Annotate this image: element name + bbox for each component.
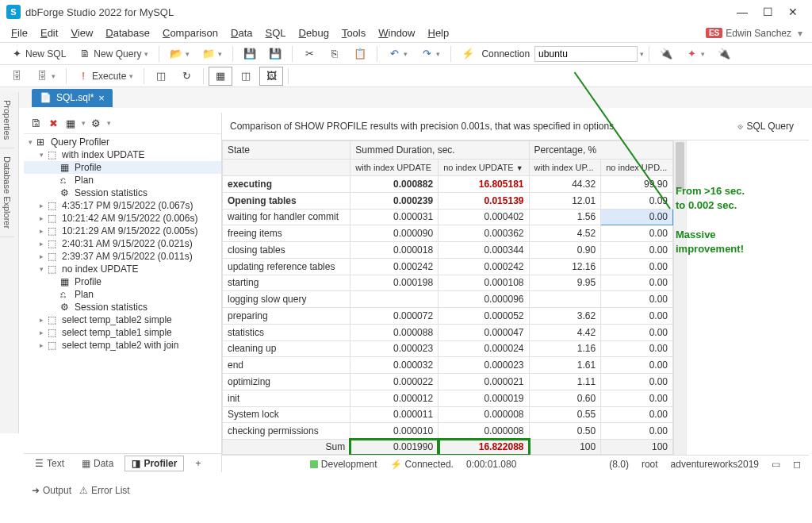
open-folder-button[interactable]: 📁▾ (197, 44, 228, 63)
menu-sql[interactable]: SQL (259, 25, 293, 40)
tree-item[interactable]: ▦Profile (24, 161, 221, 174)
table-row[interactable]: checking permissions 0.000010 0.000008 0… (223, 423, 673, 440)
format-icon[interactable]: 🖺 (29, 116, 43, 130)
user-name[interactable]: Edwin Sanchez (726, 28, 791, 39)
tree-toggle-icon[interactable]: ▸ (36, 252, 46, 260)
vertical-scrollbar[interactable] (673, 140, 686, 455)
plug-connect-button[interactable]: 🔌 (654, 44, 678, 63)
chevron-down-icon[interactable]: ▾ (107, 119, 111, 127)
menu-data[interactable]: Data (224, 25, 259, 40)
tree-toggle-icon[interactable]: ▸ (36, 227, 46, 235)
table-row[interactable]: System lock 0.000011 0.000008 0.55 0.00 (223, 406, 673, 423)
cut-button[interactable]: ✂ (297, 44, 321, 63)
chevron-down-icon[interactable]: ▾ (82, 119, 86, 127)
plan-button[interactable]: ◫ (149, 67, 173, 86)
document-tab[interactable]: 📄 SQL.sql* × (32, 89, 113, 107)
col-state-group[interactable]: State (223, 141, 350, 160)
scrollbar-thumb[interactable] (676, 142, 684, 190)
new-sql-button[interactable]: ✦New SQL (5, 44, 71, 63)
col-duration-group[interactable]: Summed Duration, sec. (350, 141, 529, 160)
maximize-button[interactable]: ☐ (755, 2, 780, 21)
table-row[interactable]: cleaning up 0.000023 0.000024 1.16 0.00 (223, 340, 673, 357)
tree-item[interactable]: ▸⬚4:35:17 PM 9/15/2022 (0.067s) (24, 199, 221, 212)
tree-toggle-icon[interactable]: ▸ (36, 214, 46, 222)
image-toggle[interactable]: 🖼 (259, 67, 283, 86)
tree-item[interactable]: ⚙Session statistics (24, 187, 221, 199)
grid-toggle-2[interactable]: ◫ (234, 67, 258, 86)
table-row[interactable]: optimizing 0.000022 0.000021 1.11 0.00 (223, 374, 673, 390)
layout-icon-2[interactable]: ◻ (793, 459, 801, 470)
tree-toggle-icon[interactable]: ▸ (36, 329, 46, 336)
profile-grid[interactable]: State Summed Duration, sec. Percentage, … (222, 140, 673, 455)
table-row[interactable]: end 0.000032 0.000023 1.61 0.00 (223, 357, 673, 374)
col-state[interactable] (223, 160, 350, 176)
refresh-button[interactable]: ↻ (174, 67, 198, 86)
tree-item[interactable]: ▸⬚select temp_table2 simple (24, 313, 221, 326)
table-row[interactable]: logging slow query 0.000096 0.00 (223, 291, 673, 308)
connection-icon-button[interactable]: ⚡ (456, 44, 480, 63)
sparkle-button[interactable]: ✦▾ (680, 44, 710, 63)
tab-output[interactable]: ➜Output (32, 485, 71, 496)
tree-item[interactable]: ▸⬚10:21:29 AM 9/15/2022 (0.005s) (24, 225, 221, 237)
tree-toggle-icon[interactable]: ▸ (36, 202, 46, 210)
grid-toggle-1[interactable]: ▦ (209, 67, 232, 86)
copy-button[interactable]: ⎘ (323, 44, 347, 63)
menu-file[interactable]: File (5, 25, 34, 40)
sql-query-button[interactable]: ⟐SQL Query (730, 117, 801, 135)
tab-add[interactable]: + (189, 456, 207, 471)
menu-tools[interactable]: Tools (335, 25, 372, 40)
undo-button[interactable]: ↶▾ (382, 44, 413, 63)
save-all-button[interactable]: 💾 (263, 44, 287, 63)
close-button[interactable]: ✕ (780, 2, 806, 21)
chevron-down-icon[interactable]: ▾ (640, 50, 644, 58)
layout-icon-1[interactable]: ▭ (772, 459, 780, 470)
open-button[interactable]: 📂▾ (164, 44, 195, 63)
menu-edit[interactable]: Edit (34, 25, 64, 40)
tree-item[interactable]: ▸⬚10:21:42 AM 9/15/2022 (0.006s) (24, 212, 221, 225)
table-row[interactable]: statistics 0.000088 0.000047 4.42 0.00 (223, 324, 673, 340)
collapse-icon[interactable]: ▾ (25, 138, 35, 146)
dock-tab-db-explorer[interactable]: Database Explorer (0, 148, 14, 237)
menu-debug[interactable]: Debug (293, 25, 335, 40)
delete-icon[interactable]: ✖ (46, 116, 60, 130)
new-query-button[interactable]: 🗎New Query▾ (73, 44, 154, 63)
menu-view[interactable]: View (64, 25, 99, 40)
table-row[interactable]: starting 0.000198 0.000108 9.95 0.00 (223, 275, 673, 291)
minimize-button[interactable]: — (730, 2, 755, 21)
menu-database[interactable]: Database (99, 25, 156, 40)
col-percentage-group[interactable]: Percentage, % (529, 141, 673, 160)
execute-button[interactable]: !Execute▾ (71, 67, 139, 86)
table-row[interactable]: waiting for handler commit 0.000031 0.00… (223, 209, 673, 225)
col-no-index[interactable]: no index UPDATE ▼ (439, 160, 529, 176)
redo-button[interactable]: ↷▾ (415, 44, 446, 63)
menu-help[interactable]: Help (421, 25, 455, 40)
dock-tab-properties[interactable]: Properties (0, 92, 14, 148)
menu-window[interactable]: Window (372, 25, 421, 40)
tab-data[interactable]: ▦Data (75, 456, 120, 471)
tree-item[interactable]: ▸⬚select temp_table1 simple (24, 326, 221, 339)
tree-item[interactable]: ▦Profile (24, 275, 221, 288)
connection-select[interactable] (534, 46, 638, 62)
save-button[interactable]: 💾 (238, 44, 262, 63)
db-button-1[interactable]: 🗄 (5, 67, 29, 86)
plug-add-button[interactable]: 🔌 (712, 44, 736, 63)
tree-toggle-icon[interactable]: ▸ (36, 240, 46, 248)
tree-item[interactable]: ▸⬚select temp_table2 with join (24, 339, 221, 352)
tree-item[interactable]: ▾⬚no index UPDATE (24, 263, 221, 275)
tab-error-list[interactable]: ⚠Error List (79, 485, 130, 496)
table-row[interactable]: init 0.000012 0.000019 0.60 0.00 (223, 390, 673, 406)
tab-profiler[interactable]: ◨Profiler (124, 456, 184, 471)
table-row[interactable]: preparing 0.000072 0.000052 3.62 0.00 (223, 308, 673, 325)
user-dropdown-icon[interactable]: ▾ (798, 28, 802, 39)
col-with-index[interactable]: with index UPDATE (350, 160, 439, 176)
tree-root[interactable]: ▾ ⊞ Query Profiler (24, 136, 221, 148)
table-row[interactable]: freeing items 0.000090 0.000362 4.52 0.0… (223, 225, 673, 242)
tab-close-icon[interactable]: × (98, 92, 105, 104)
table-row[interactable]: closing tables 0.000018 0.000344 0.90 0.… (223, 242, 673, 259)
tree-toggle-icon[interactable]: ▸ (36, 341, 46, 349)
tree-toggle-icon[interactable]: ▾ (36, 151, 46, 159)
tree-item[interactable]: ▸⬚2:40:31 AM 9/15/2022 (0.021s) (24, 237, 221, 250)
table-row[interactable]: Opening tables 0.000239 0.015139 12.01 0… (223, 192, 673, 209)
tree-item[interactable]: ⎌Plan (24, 174, 221, 187)
tree-item[interactable]: ⎌Plan (24, 288, 221, 301)
